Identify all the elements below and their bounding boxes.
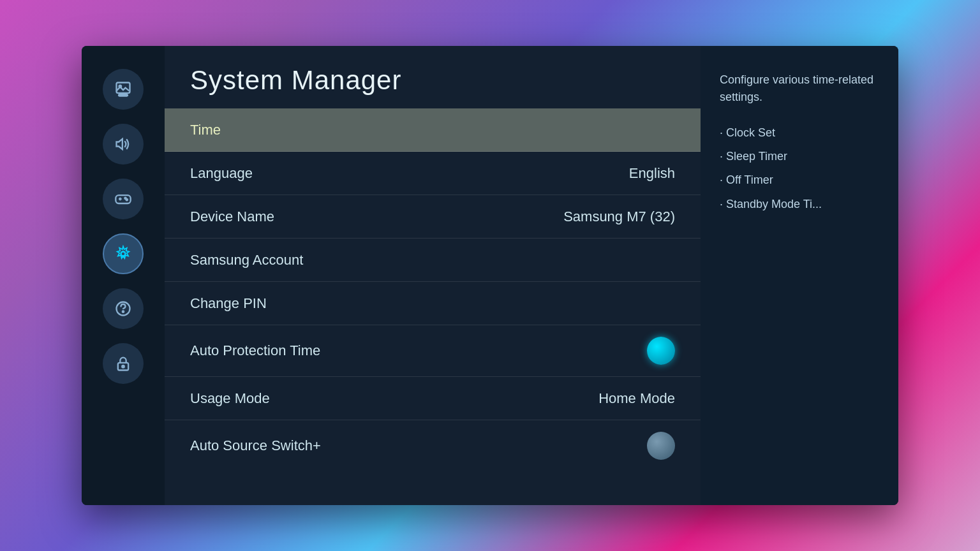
sidebar-item-sound[interactable]	[103, 124, 144, 165]
tv-frame: System Manager Time Language English Dev…	[82, 46, 898, 505]
sound-icon	[114, 135, 132, 153]
menu-item-auto-source-label: Auto Source Switch+	[190, 437, 321, 454]
auto-source-toggle[interactable]	[647, 432, 675, 460]
menu-item-language-label: Language	[190, 165, 253, 182]
right-panel-item-1: Sleep Timer	[720, 149, 879, 165]
menu-item-auto-protection-label: Auto Protection Time	[190, 342, 320, 359]
support-icon	[114, 300, 132, 318]
right-panel-description: Configure various time-related settings.	[720, 71, 879, 106]
menu-item-usage-mode[interactable]: Usage Mode Home Mode	[165, 377, 701, 420]
menu-item-time-label: Time	[190, 122, 221, 138]
menu-item-device-name[interactable]: Device Name Samsung M7 (32)	[165, 195, 701, 239]
menu-item-change-pin[interactable]: Change PIN	[165, 282, 701, 325]
menu-list: Time Language English Device Name Samsun…	[165, 108, 701, 505]
menu-item-device-name-value: Samsung M7 (32)	[563, 209, 675, 225]
menu-item-time[interactable]: Time	[165, 108, 701, 152]
right-panel-items: Clock Set Sleep Timer Off Timer Standby …	[720, 125, 879, 212]
svg-point-13	[122, 365, 124, 368]
right-panel-item-2: Off Timer	[720, 172, 879, 188]
main-content: System Manager Time Language English Dev…	[165, 46, 701, 505]
sidebar-item-picture[interactable]	[103, 69, 144, 110]
sidebar-item-system[interactable]	[103, 233, 144, 274]
menu-item-language-value: English	[629, 165, 675, 182]
sidebar-item-privacy[interactable]	[103, 343, 144, 384]
sidebar-item-support[interactable]	[103, 288, 144, 329]
right-panel: Configure various time-related settings.…	[701, 46, 898, 505]
menu-item-usage-mode-value: Home Mode	[598, 390, 675, 407]
svg-point-1	[119, 85, 122, 88]
svg-rect-2	[119, 94, 128, 96]
right-panel-item-3: Standby Mode Ti...	[720, 196, 879, 212]
page-title: System Manager	[165, 46, 701, 108]
sidebar	[82, 46, 165, 505]
auto-protection-toggle[interactable]	[647, 337, 675, 365]
svg-point-11	[122, 311, 124, 312]
privacy-icon	[114, 355, 132, 372]
game-icon	[114, 190, 132, 208]
menu-item-auto-source[interactable]: Auto Source Switch+	[165, 420, 701, 471]
right-panel-item-0: Clock Set	[720, 125, 879, 141]
system-icon	[114, 245, 132, 263]
svg-marker-3	[117, 139, 122, 149]
menu-item-samsung-account-label: Samsung Account	[190, 252, 303, 268]
menu-item-device-name-label: Device Name	[190, 209, 274, 225]
svg-point-8	[126, 199, 128, 200]
picture-icon	[114, 80, 132, 98]
sidebar-item-game[interactable]	[103, 179, 144, 219]
menu-item-samsung-account[interactable]: Samsung Account	[165, 239, 701, 282]
menu-item-change-pin-label: Change PIN	[190, 295, 267, 312]
menu-item-language[interactable]: Language English	[165, 152, 701, 195]
svg-rect-4	[115, 195, 130, 203]
menu-item-usage-mode-label: Usage Mode	[190, 390, 270, 407]
menu-item-auto-protection[interactable]: Auto Protection Time	[165, 325, 701, 377]
